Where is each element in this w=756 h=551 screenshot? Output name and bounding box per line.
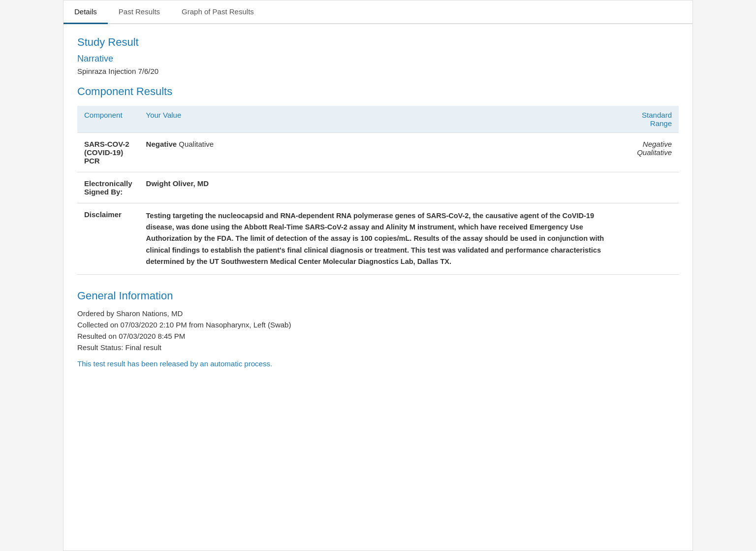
col-header-component: Component — [77, 106, 139, 133]
page-container: Details Past Results Graph of Past Resul… — [63, 0, 693, 551]
value-bold-2: Dwight Oliver, MD — [146, 179, 209, 188]
tab-details[interactable]: Details — [63, 0, 108, 24]
ordered-by-line: Ordered by Sharon Nations, MD — [77, 309, 679, 318]
standard-range-cell-2 — [620, 172, 679, 203]
collected-on-line: Collected on 07/03/2020 2:10 PM from Nas… — [77, 321, 679, 329]
value-cell-2: Dwight Oliver, MD — [139, 172, 620, 203]
col-header-standard-range: Standard Range — [620, 106, 679, 133]
tab-graph-past-results[interactable]: Graph of Past Results — [171, 0, 265, 24]
table-row: Electronically Signed By: Dwight Oliver,… — [77, 172, 679, 203]
narrative-title: Narrative — [77, 54, 679, 64]
study-result-title: Study Result — [77, 36, 679, 49]
table-header-row: Component Your Value Standard Range — [77, 106, 679, 133]
disclaimer-text: Testing targeting the nucleocapsid and R… — [146, 212, 604, 265]
standard-range-cell-1: Negative Qualitative — [620, 133, 679, 172]
resulted-on-line: Resulted on 07/03/2020 8:45 PM — [77, 332, 679, 340]
main-content: Study Result Narrative Spinraza Injectio… — [63, 24, 693, 380]
result-status-line: Result Status: Final result — [77, 343, 679, 352]
value-cell-1: Negative Qualitative — [139, 133, 620, 172]
table-row: SARS-COV-2 (COVID-19) PCR Negative Quali… — [77, 133, 679, 172]
value-rest-1: Qualitative — [177, 140, 214, 148]
table-row: Disclaimer Testing targeting the nucleoc… — [77, 203, 679, 275]
value-cell-3: Testing targeting the nucleocapsid and R… — [139, 203, 620, 275]
auto-release-link[interactable]: This test result has been released by an… — [77, 359, 272, 368]
component-results-title: Component Results — [77, 85, 679, 98]
tabs-bar: Details Past Results Graph of Past Resul… — [63, 0, 693, 24]
tab-past-results[interactable]: Past Results — [108, 0, 171, 24]
general-information-title: General Information — [77, 290, 679, 302]
narrative-text: Spinraza Injection 7/6/20 — [77, 67, 679, 75]
component-cell-2: Electronically Signed By: — [77, 172, 139, 203]
standard-range-cell-3 — [620, 203, 679, 275]
component-results-table: Component Your Value Standard Range SARS… — [77, 106, 679, 275]
component-cell-3: Disclaimer — [77, 203, 139, 275]
col-header-your-value: Your Value — [139, 106, 620, 133]
component-cell-1: SARS-COV-2 (COVID-19) PCR — [77, 133, 139, 172]
value-bold-1: Negative — [146, 140, 177, 148]
